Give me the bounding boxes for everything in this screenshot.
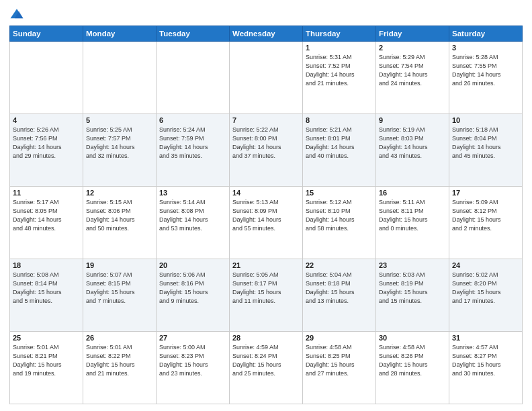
week-row-3: 11Sunrise: 5:17 AMSunset: 8:05 PMDayligh… xyxy=(10,187,523,259)
calendar-cell: 12Sunrise: 5:15 AMSunset: 8:06 PMDayligh… xyxy=(83,187,157,259)
day-info: Sunrise: 5:25 AMSunset: 7:57 PMDaylight:… xyxy=(86,126,153,161)
day-number: 2 xyxy=(379,44,446,52)
calendar-cell: 1Sunrise: 5:31 AMSunset: 7:52 PMDaylight… xyxy=(303,42,376,114)
day-number: 18 xyxy=(13,261,80,269)
calendar-cell xyxy=(230,42,303,114)
calendar-cell: 11Sunrise: 5:17 AMSunset: 8:05 PMDayligh… xyxy=(10,187,83,259)
day-header-thursday: Thursday xyxy=(303,26,376,42)
day-info: Sunrise: 5:13 AMSunset: 8:09 PMDaylight:… xyxy=(232,198,300,233)
calendar-cell: 15Sunrise: 5:12 AMSunset: 8:10 PMDayligh… xyxy=(303,187,376,259)
day-number: 6 xyxy=(159,116,226,124)
calendar-cell: 4Sunrise: 5:26 AMSunset: 7:56 PMDaylight… xyxy=(10,114,83,187)
day-info: Sunrise: 5:12 AMSunset: 8:10 PMDaylight:… xyxy=(306,198,373,233)
page: SundayMondayTuesdayWednesdayThursdayFrid… xyxy=(0,0,532,411)
day-number: 22 xyxy=(306,261,373,269)
day-header-friday: Friday xyxy=(376,26,449,42)
calendar-cell: 30Sunrise: 4:58 AMSunset: 8:26 PMDayligh… xyxy=(376,332,449,404)
day-number: 15 xyxy=(306,189,373,197)
day-number: 23 xyxy=(379,261,446,269)
calendar-cell: 14Sunrise: 5:13 AMSunset: 8:09 PMDayligh… xyxy=(230,187,303,259)
calendar-cell: 27Sunrise: 5:00 AMSunset: 8:23 PMDayligh… xyxy=(157,332,230,404)
calendar-cell xyxy=(157,42,230,114)
day-header-saturday: Saturday xyxy=(449,26,523,42)
day-number: 31 xyxy=(452,334,519,342)
day-number: 17 xyxy=(452,189,519,197)
day-number: 14 xyxy=(232,189,300,197)
calendar-cell xyxy=(83,42,157,114)
calendar-cell xyxy=(10,42,83,114)
day-info: Sunrise: 5:07 AMSunset: 8:15 PMDaylight:… xyxy=(86,271,153,306)
calendar-cell: 17Sunrise: 5:09 AMSunset: 8:12 PMDayligh… xyxy=(449,187,523,259)
logo xyxy=(9,7,27,21)
calendar-cell: 7Sunrise: 5:22 AMSunset: 8:00 PMDaylight… xyxy=(230,114,303,187)
day-number: 4 xyxy=(13,116,80,124)
day-info: Sunrise: 5:15 AMSunset: 8:06 PMDaylight:… xyxy=(86,198,153,233)
day-info: Sunrise: 4:59 AMSunset: 8:24 PMDaylight:… xyxy=(232,343,300,378)
day-info: Sunrise: 5:19 AMSunset: 8:03 PMDaylight:… xyxy=(379,126,446,161)
day-info: Sunrise: 5:04 AMSunset: 8:18 PMDaylight:… xyxy=(306,271,373,306)
day-info: Sunrise: 5:14 AMSunset: 8:08 PMDaylight:… xyxy=(159,198,226,233)
day-number: 11 xyxy=(13,189,80,197)
day-info: Sunrise: 5:18 AMSunset: 8:04 PMDaylight:… xyxy=(452,126,519,161)
day-header-wednesday: Wednesday xyxy=(230,26,303,42)
day-number: 8 xyxy=(306,116,373,124)
day-info: Sunrise: 4:57 AMSunset: 8:27 PMDaylight:… xyxy=(452,343,519,378)
day-number: 20 xyxy=(159,261,226,269)
calendar-cell: 3Sunrise: 5:28 AMSunset: 7:55 PMDaylight… xyxy=(449,42,523,114)
calendar-cell: 23Sunrise: 5:03 AMSunset: 8:19 PMDayligh… xyxy=(376,259,449,332)
day-number: 13 xyxy=(159,189,226,197)
calendar-cell: 6Sunrise: 5:24 AMSunset: 7:59 PMDaylight… xyxy=(157,114,230,187)
day-info: Sunrise: 5:17 AMSunset: 8:05 PMDaylight:… xyxy=(13,198,80,233)
calendar-cell: 2Sunrise: 5:29 AMSunset: 7:54 PMDaylight… xyxy=(376,42,449,114)
day-info: Sunrise: 5:03 AMSunset: 8:19 PMDaylight:… xyxy=(379,271,446,306)
calendar-cell: 18Sunrise: 5:08 AMSunset: 8:14 PMDayligh… xyxy=(10,259,83,332)
day-number: 29 xyxy=(306,334,373,342)
day-number: 5 xyxy=(86,116,153,124)
day-number: 3 xyxy=(452,44,519,52)
day-info: Sunrise: 5:28 AMSunset: 7:55 PMDaylight:… xyxy=(452,53,519,88)
calendar-cell: 9Sunrise: 5:19 AMSunset: 8:03 PMDaylight… xyxy=(376,114,449,187)
calendar-cell: 28Sunrise: 4:59 AMSunset: 8:24 PMDayligh… xyxy=(230,332,303,404)
calendar-table: SundayMondayTuesdayWednesdayThursdayFrid… xyxy=(9,26,523,404)
day-info: Sunrise: 5:05 AMSunset: 8:17 PMDaylight:… xyxy=(232,271,300,306)
calendar-cell: 24Sunrise: 5:02 AMSunset: 8:20 PMDayligh… xyxy=(449,259,523,332)
day-info: Sunrise: 5:29 AMSunset: 7:54 PMDaylight:… xyxy=(379,53,446,88)
day-header-sunday: Sunday xyxy=(10,26,83,42)
day-number: 25 xyxy=(13,334,80,342)
day-info: Sunrise: 5:08 AMSunset: 8:14 PMDaylight:… xyxy=(13,271,80,306)
day-header-tuesday: Tuesday xyxy=(157,26,230,42)
calendar-cell: 19Sunrise: 5:07 AMSunset: 8:15 PMDayligh… xyxy=(83,259,157,332)
calendar-cell: 21Sunrise: 5:05 AMSunset: 8:17 PMDayligh… xyxy=(230,259,303,332)
logo-icon xyxy=(9,7,24,21)
calendar-cell: 13Sunrise: 5:14 AMSunset: 8:08 PMDayligh… xyxy=(157,187,230,259)
day-number: 30 xyxy=(379,334,446,342)
day-info: Sunrise: 5:24 AMSunset: 7:59 PMDaylight:… xyxy=(159,126,226,161)
calendar-cell: 22Sunrise: 5:04 AMSunset: 8:18 PMDayligh… xyxy=(303,259,376,332)
header xyxy=(9,7,523,21)
calendar-cell: 5Sunrise: 5:25 AMSunset: 7:57 PMDaylight… xyxy=(83,114,157,187)
day-info: Sunrise: 5:21 AMSunset: 8:01 PMDaylight:… xyxy=(306,126,373,161)
calendar-cell: 25Sunrise: 5:01 AMSunset: 8:21 PMDayligh… xyxy=(10,332,83,404)
week-row-4: 18Sunrise: 5:08 AMSunset: 8:14 PMDayligh… xyxy=(10,259,523,332)
week-row-5: 25Sunrise: 5:01 AMSunset: 8:21 PMDayligh… xyxy=(10,332,523,404)
day-info: Sunrise: 5:02 AMSunset: 8:20 PMDaylight:… xyxy=(452,271,519,306)
day-info: Sunrise: 5:26 AMSunset: 7:56 PMDaylight:… xyxy=(13,126,80,161)
day-number: 21 xyxy=(232,261,300,269)
calendar-cell: 10Sunrise: 5:18 AMSunset: 8:04 PMDayligh… xyxy=(449,114,523,187)
day-number: 1 xyxy=(306,44,373,52)
day-info: Sunrise: 5:11 AMSunset: 8:11 PMDaylight:… xyxy=(379,198,446,233)
week-row-2: 4Sunrise: 5:26 AMSunset: 7:56 PMDaylight… xyxy=(10,114,523,187)
day-info: Sunrise: 5:01 AMSunset: 8:21 PMDaylight:… xyxy=(13,343,80,378)
calendar-cell: 20Sunrise: 5:06 AMSunset: 8:16 PMDayligh… xyxy=(157,259,230,332)
calendar-cell: 8Sunrise: 5:21 AMSunset: 8:01 PMDaylight… xyxy=(303,114,376,187)
day-number: 9 xyxy=(379,116,446,124)
day-info: Sunrise: 4:58 AMSunset: 8:26 PMDaylight:… xyxy=(379,343,446,378)
day-number: 12 xyxy=(86,189,153,197)
day-info: Sunrise: 5:01 AMSunset: 8:22 PMDaylight:… xyxy=(86,343,153,378)
day-number: 16 xyxy=(379,189,446,197)
day-number: 24 xyxy=(452,261,519,269)
day-number: 27 xyxy=(159,334,226,342)
day-number: 26 xyxy=(86,334,153,342)
week-row-1: 1Sunrise: 5:31 AMSunset: 7:52 PMDaylight… xyxy=(10,42,523,114)
calendar-cell: 31Sunrise: 4:57 AMSunset: 8:27 PMDayligh… xyxy=(449,332,523,404)
